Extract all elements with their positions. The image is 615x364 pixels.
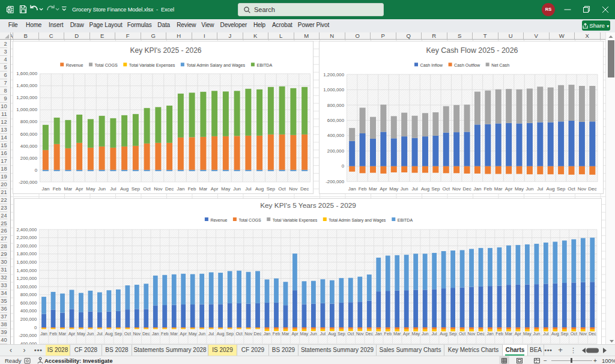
svg-text:Nov: Nov: [244, 331, 252, 336]
svg-text:Oct: Oct: [143, 186, 151, 192]
svg-text:Oct: Oct: [568, 186, 575, 192]
svg-text:600,000: 600,000: [20, 300, 37, 305]
svg-text:Dec: Dec: [254, 331, 262, 336]
svg-text:May: May: [300, 331, 309, 336]
svg-text:Oct: Oct: [443, 186, 450, 192]
svg-text:Mar: Mar: [393, 331, 401, 336]
svg-text:1,400,000: 1,400,000: [17, 267, 37, 273]
svg-text:Aug: Aug: [547, 186, 555, 192]
svg-text:1,000,000: 1,000,000: [16, 107, 37, 112]
svg-text:Oct: Oct: [236, 331, 243, 336]
svg-text:400,000: 400,000: [20, 144, 38, 149]
svg-text:Jul: Jul: [411, 186, 417, 192]
svg-text:600,000: 600,000: [20, 132, 38, 137]
svg-text:Jan: Jan: [264, 331, 271, 336]
svg-text:Dec: Dec: [477, 331, 485, 336]
svg-text:1,600,000: 1,600,000: [17, 259, 37, 264]
svg-text:Total Variable Expenses: Total Variable Expenses: [273, 217, 318, 222]
svg-text:Mar: Mar: [369, 186, 377, 192]
svg-text:Nov: Nov: [289, 186, 297, 192]
svg-text:Mar: Mar: [59, 331, 67, 336]
svg-text:Oct: Oct: [278, 186, 286, 192]
svg-text:Jan: Jan: [375, 331, 383, 336]
svg-text:Jun: Jun: [422, 331, 429, 336]
svg-text:Apr: Apr: [211, 186, 219, 192]
svg-text:200,000: 200,000: [327, 148, 345, 154]
svg-text:Jan: Jan: [152, 331, 159, 336]
svg-text:Cash Outflow: Cash Outflow: [454, 62, 480, 68]
svg-text:800,000: 800,000: [327, 103, 345, 108]
svg-text:Total Admin Salary and Wages: Total Admin Salary and Wages: [329, 217, 386, 222]
svg-text:EBITDA: EBITDA: [398, 217, 413, 222]
svg-text:400,000: 400,000: [327, 133, 345, 138]
svg-text:Jan: Jan: [177, 186, 184, 192]
svg-text:Oct: Oct: [347, 331, 354, 336]
svg-text:Apr: Apr: [380, 186, 387, 192]
svg-text:1,200,000: 1,200,000: [323, 72, 344, 77]
svg-text:Jun: Jun: [310, 331, 317, 336]
svg-text:Aug: Aug: [440, 331, 447, 336]
svg-text:Jun: Jun: [526, 186, 533, 192]
svg-text:Jan: Jan: [41, 186, 49, 192]
svg-text:May: May: [411, 331, 420, 336]
svg-text:Aug: Aug: [217, 331, 225, 336]
svg-text:Feb: Feb: [49, 331, 56, 336]
svg-text:Nov: Nov: [578, 186, 586, 192]
svg-text:Apr: Apr: [76, 186, 83, 192]
svg-text:Aug: Aug: [421, 186, 429, 192]
svg-text:1,600,000: 1,600,000: [16, 71, 37, 76]
svg-text:Nov: Nov: [468, 331, 476, 336]
svg-text:-200,000: -200,000: [326, 179, 344, 184]
svg-text:Oct: Oct: [124, 331, 131, 336]
svg-text:Key Cash Flow 2025 - 2026: Key Cash Flow 2025 - 2026: [426, 46, 518, 55]
svg-text:Mar: Mar: [494, 186, 503, 192]
svg-text:Nov: Nov: [579, 331, 587, 336]
svg-text:Nov: Nov: [133, 331, 141, 336]
svg-text:Dec: Dec: [462, 186, 471, 192]
svg-text:400,000: 400,000: [20, 308, 37, 314]
svg-text:Feb: Feb: [273, 331, 280, 336]
svg-text:Jul: Jul: [320, 331, 326, 336]
svg-text:Jul: Jul: [97, 331, 103, 336]
svg-text:Jul: Jul: [431, 331, 437, 336]
svg-text:May: May: [77, 331, 85, 336]
svg-text:Feb: Feb: [384, 331, 392, 336]
svg-text:Apr: Apr: [515, 331, 522, 336]
svg-text:Apr: Apr: [291, 331, 298, 336]
svg-text:Oct: Oct: [571, 331, 577, 336]
svg-text:Feb: Feb: [359, 186, 367, 192]
svg-text:Jul: Jul: [110, 186, 116, 192]
svg-text:Jul: Jul: [537, 186, 543, 192]
svg-text:Feb: Feb: [495, 331, 503, 336]
svg-text:May: May: [523, 331, 532, 336]
svg-text:Mar: Mar: [282, 331, 289, 336]
svg-text:Revenue: Revenue: [66, 62, 83, 68]
svg-text:Jun: Jun: [198, 331, 205, 336]
svg-text:Jan: Jan: [486, 331, 494, 336]
svg-text:Aug: Aug: [255, 186, 264, 192]
svg-text:Aug: Aug: [120, 186, 129, 192]
svg-text:Jun: Jun: [98, 186, 106, 192]
svg-text:Cash Inflow: Cash Inflow: [420, 62, 443, 68]
svg-text:0: 0: [35, 168, 38, 173]
svg-text:1,400,000: 1,400,000: [16, 83, 37, 88]
svg-text:May: May: [189, 331, 197, 336]
svg-text:Apr: Apr: [403, 331, 410, 336]
svg-text:Apr: Apr: [505, 186, 513, 192]
svg-text:Feb: Feb: [161, 331, 168, 336]
svg-text:2,000,000: 2,000,000: [17, 243, 37, 248]
svg-text:Sep: Sep: [560, 331, 568, 336]
svg-text:2,200,000: 2,200,000: [17, 235, 37, 240]
svg-text:200,000: 200,000: [20, 156, 38, 161]
svg-text:Dec: Dec: [300, 186, 309, 192]
svg-text:1,000,000: 1,000,000: [17, 284, 37, 289]
svg-text:Jan: Jan: [40, 331, 47, 336]
svg-text:Aug: Aug: [551, 331, 559, 336]
svg-text:Sep: Sep: [226, 331, 234, 336]
svg-text:800,000: 800,000: [20, 119, 38, 124]
svg-text:2,400,000: 2,400,000: [17, 226, 37, 232]
svg-text:Feb: Feb: [188, 186, 196, 192]
svg-text:Sep: Sep: [431, 186, 440, 192]
svg-text:200,000: 200,000: [20, 316, 37, 321]
svg-text:Apr: Apr: [180, 331, 187, 336]
